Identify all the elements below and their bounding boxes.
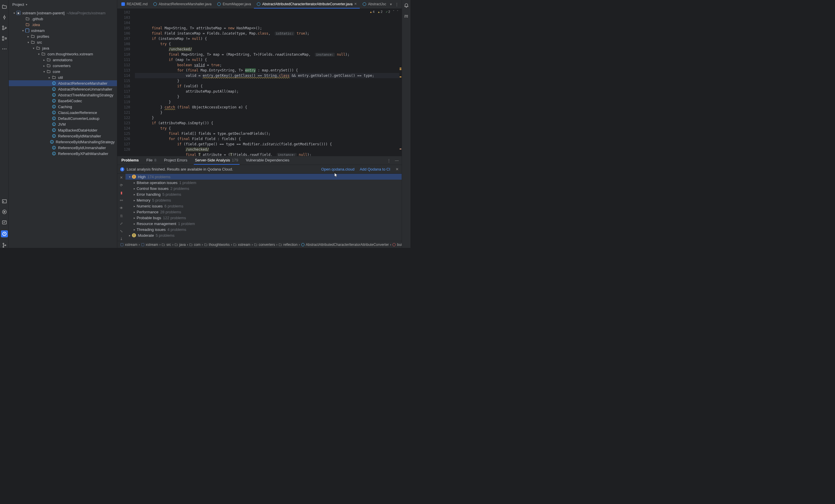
tab-more-icon[interactable]: ⋮ xyxy=(395,2,399,6)
tree-item[interactable]: CReferenceByIdMarshaller xyxy=(9,133,117,139)
problem-group[interactable]: ▸Memory5 problems xyxy=(125,197,402,203)
commit-tool-icon[interactable] xyxy=(2,15,7,20)
tree-item[interactable]: ▸annotations xyxy=(9,57,117,63)
vcs-tool-icon[interactable] xyxy=(2,25,7,30)
tree-item[interactable]: CClassLoaderReference xyxy=(9,110,117,115)
breadcrumb-item[interactable]: com xyxy=(189,243,201,247)
filter-icon[interactable]: ⚯ xyxy=(119,198,124,203)
inspection-badges[interactable]: 4 2 2 ˆ ˇ xyxy=(369,10,398,14)
copy-icon[interactable]: ⎘ xyxy=(119,214,124,218)
weak-warning-badge[interactable]: 2 xyxy=(377,10,382,14)
breadcrumb-item[interactable]: xstream xyxy=(141,243,158,247)
editor-tab[interactable]: AbstractJsc xyxy=(360,0,387,8)
tree-item[interactable]: CReferenceByXPathMarshaller xyxy=(9,151,117,156)
problem-group[interactable]: ▸!Moderate5 problems xyxy=(125,232,402,238)
close-analysis-icon[interactable]: ✕ xyxy=(119,175,124,180)
breadcrumb-item[interactable]: converters xyxy=(254,243,275,247)
terminal-tool-icon[interactable] xyxy=(2,199,7,204)
tree-item[interactable]: ▸profiles xyxy=(9,34,117,39)
problem-group[interactable]: ▸Probable bugs122 problems xyxy=(125,215,402,220)
tree-item[interactable]: CAbstractReferenceUnmarshaller xyxy=(9,86,117,92)
prev-highlight-icon[interactable]: ˆ xyxy=(393,10,394,14)
run-tool-icon[interactable] xyxy=(2,209,7,214)
breadcrumb-item[interactable]: xstream xyxy=(233,243,250,247)
breadcrumb-item[interactable]: src xyxy=(162,243,171,247)
project-tool-icon[interactable] xyxy=(2,4,7,9)
problem-group[interactable]: ▸Resource management1 problem xyxy=(125,220,402,227)
problem-group[interactable]: ▸Threading issues4 problems xyxy=(125,227,402,232)
open-qodana-link[interactable]: Open qodana.cloud xyxy=(321,167,354,171)
breadcrumb-item[interactable]: java xyxy=(175,243,186,247)
editor-tab[interactable]: AbstractAttributedCharacterIteratorAttri… xyxy=(254,0,360,8)
next-highlight-icon[interactable]: ˇ xyxy=(397,10,398,14)
breadcrumb-item[interactable]: AbstractAttributedCharacterIteratorAttri… xyxy=(301,243,389,247)
tree-root[interactable]: ▾ ▣ xstream [xstream-parent] ~/IdeaProje… xyxy=(9,10,117,16)
tree-item[interactable]: CDefaultConverterLookup xyxy=(9,115,117,121)
breadcrumb-item[interactable]: reflection xyxy=(279,243,298,247)
tab-dropdown-icon[interactable]: ▾ xyxy=(390,2,392,6)
tree-item[interactable]: CReferenceByIdMarshallingStrategy xyxy=(9,139,117,145)
svg-text:C: C xyxy=(53,94,55,97)
structure-tool-icon[interactable] xyxy=(2,36,7,41)
panel-more-icon[interactable]: ⋮ xyxy=(387,158,391,163)
tree-item[interactable]: CCaching xyxy=(9,104,117,110)
tree-item[interactable]: ▾src xyxy=(9,39,117,45)
problem-group[interactable]: ▸Error handling5 problems xyxy=(125,191,402,197)
close-icon[interactable]: ✕ xyxy=(395,167,399,171)
editor-tab[interactable]: README.md xyxy=(119,0,150,8)
breadcrumb-bar: xstream› xstream› src› java› com› though… xyxy=(117,241,402,248)
refresh-icon[interactable]: ⟳ xyxy=(119,183,124,187)
problem-group[interactable]: ▾!High174 problems xyxy=(125,174,402,180)
tree-item[interactable]: CAbstractReferenceMarshaller xyxy=(9,80,117,86)
tree-item[interactable]: ▾core xyxy=(9,68,117,75)
tree-item[interactable]: ▾java xyxy=(9,45,117,51)
problems-tab[interactable]: Server-Side Analysis179 xyxy=(194,156,240,165)
maven-icon[interactable]: m xyxy=(404,13,408,19)
breadcrumb-item[interactable]: xstream xyxy=(120,243,138,247)
export-icon[interactable]: ⤓ xyxy=(119,237,124,241)
code-area[interactable]: 💡 final Map<String, T> attributeMap = ne… xyxy=(135,9,402,156)
tree-item[interactable]: .github xyxy=(9,16,117,22)
tree-item[interactable]: CBase64Codec xyxy=(9,98,117,104)
editor-tab[interactable]: EnumMapper.java xyxy=(214,0,254,8)
problems-tab[interactable]: Vulnerable Dependencies xyxy=(245,156,290,165)
tree-item[interactable]: ▾com.thoughtworks.xstream xyxy=(9,51,117,57)
breadcrumb-item[interactable]: thoughtworks xyxy=(204,243,229,247)
build-tool-icon[interactable] xyxy=(2,220,7,225)
problem-group[interactable]: ▸Performance28 problems xyxy=(125,209,402,215)
problems-tool-icon[interactable] xyxy=(1,230,8,237)
panel-header[interactable]: Project ▾ xyxy=(9,0,117,9)
problems-tab[interactable]: Project Errors xyxy=(163,156,188,165)
add-qodana-ci-link[interactable]: Add Qodana to CI xyxy=(360,167,390,171)
tree-item[interactable]: .idea xyxy=(9,22,117,27)
tree-item[interactable]: CJVM xyxy=(9,121,117,127)
problem-group[interactable]: ▸Bitwise operation issues1 problem xyxy=(125,180,402,186)
notifications-icon[interactable] xyxy=(404,3,409,8)
tab-label: AbstractReferenceMarshaller.java xyxy=(159,2,211,6)
code-line: if (field.getType() == type == Modifier.… xyxy=(135,142,402,147)
tree-item[interactable]: CMapBackedDataHolder xyxy=(9,127,117,133)
tree-label: profiles xyxy=(37,34,49,39)
tree-item[interactable]: ▾xstream xyxy=(9,27,117,34)
user-icon[interactable]: ▮ xyxy=(119,191,124,195)
panel-minimize-icon[interactable]: — xyxy=(395,158,399,163)
tree-item[interactable]: ▸converters xyxy=(9,63,117,68)
tree-item[interactable]: ▸util xyxy=(9,75,117,80)
problems-tab[interactable]: Problems xyxy=(120,156,140,165)
collapse-icon[interactable]: ⤡ xyxy=(119,229,124,233)
git-tool-icon[interactable] xyxy=(2,243,7,248)
problem-group[interactable]: ▸Control flow issues2 problems xyxy=(125,186,402,191)
expand-icon[interactable]: ⤢ xyxy=(119,222,124,226)
tree-item[interactable]: CReferenceByIdUnmarshaller xyxy=(9,145,117,151)
eye-icon[interactable]: 👁 xyxy=(119,206,124,210)
code-line: if (attributeMap.isEmpty()) { xyxy=(135,121,402,126)
editor-tab[interactable]: AbstractReferenceMarshaller.java xyxy=(150,0,214,8)
warning-badge[interactable]: 4 xyxy=(369,10,374,14)
close-icon[interactable]: ✕ xyxy=(354,2,357,6)
problems-tab[interactable]: File8 xyxy=(145,156,158,165)
tree-item[interactable]: CAbstractTreeMarshallingStrategy xyxy=(9,92,117,98)
typo-badge[interactable]: 2 xyxy=(386,10,390,14)
problem-group[interactable]: ▸Numeric issues6 problems xyxy=(125,203,402,209)
more-tools-icon[interactable] xyxy=(2,46,7,51)
error-stripe[interactable] xyxy=(399,9,402,156)
